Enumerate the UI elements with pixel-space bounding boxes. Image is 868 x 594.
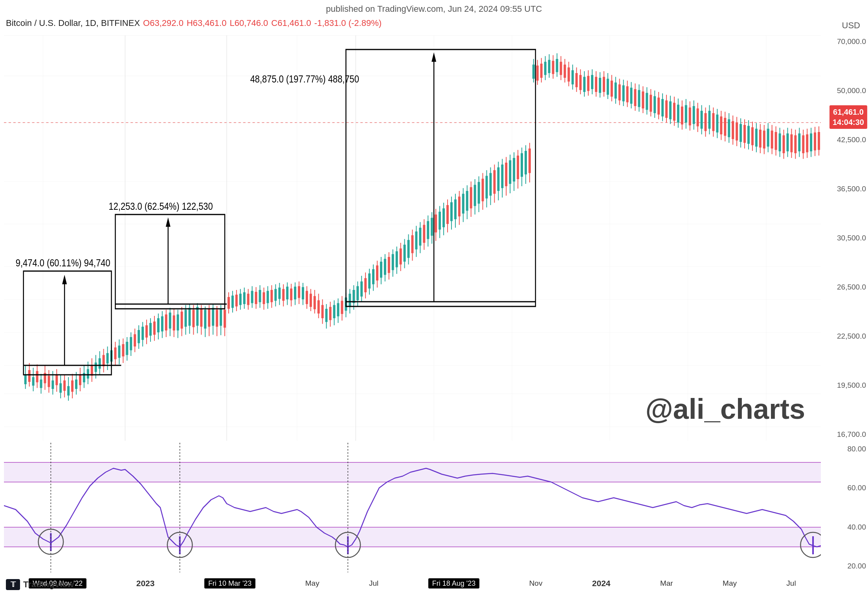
svg-rect-315	[595, 77, 597, 92]
svg-rect-371	[705, 113, 707, 131]
ohlc-low: L60,746.0	[229, 18, 268, 28]
symbol-bar: Bitcoin / U.S. Dollar, 1D, BITFINEX O63,…	[0, 16, 868, 30]
svg-rect-153	[278, 288, 281, 299]
svg-rect-413	[786, 134, 789, 152]
svg-rect-23	[24, 375, 27, 384]
svg-rect-295	[556, 59, 558, 72]
svg-rect-421	[802, 135, 804, 153]
symbol-name: Bitcoin / U.S. Dollar, 1D, BITFINEX	[6, 18, 140, 28]
svg-rect-405	[771, 130, 773, 148]
svg-rect-105	[185, 310, 187, 326]
svg-rect-225	[419, 228, 421, 246]
svg-rect-425	[810, 134, 812, 152]
svg-rect-307	[579, 75, 582, 90]
svg-rect-183	[337, 303, 339, 317]
svg-rect-65	[106, 353, 109, 363]
svg-rect-185	[341, 301, 343, 314]
svg-rect-133	[239, 294, 242, 305]
svg-rect-327	[618, 84, 621, 101]
svg-rect-231	[431, 218, 433, 236]
svg-rect-35	[48, 376, 50, 387]
svg-rect-409	[779, 134, 781, 152]
svg-rect-291	[548, 60, 551, 73]
svg-rect-297	[560, 62, 562, 75]
ohlc-high: H63,461.0	[187, 18, 227, 28]
svg-rect-199	[368, 273, 371, 288]
svg-rect-453	[50, 533, 51, 551]
svg-rect-339	[642, 92, 644, 108]
svg-rect-369	[701, 111, 703, 129]
time-label-mar1: Mar	[660, 579, 673, 588]
svg-rect-119	[212, 308, 214, 326]
time-label-may2: May	[723, 579, 737, 588]
svg-rect-389	[740, 124, 742, 142]
svg-rect-211	[392, 254, 394, 270]
svg-rect-283	[532, 64, 535, 79]
svg-rect-149	[270, 290, 273, 302]
svg-rect-407	[775, 132, 777, 150]
svg-rect-63	[103, 355, 105, 367]
svg-rect-387	[736, 123, 738, 141]
svg-rect-129	[231, 295, 234, 308]
svg-rect-325	[615, 82, 617, 99]
svg-rect-87	[149, 323, 152, 336]
svg-rect-285	[536, 66, 539, 81]
svg-rect-71	[118, 346, 120, 358]
tv-icon: 𝕋	[6, 579, 20, 590]
svg-rect-241	[450, 202, 453, 221]
svg-rect-457	[347, 536, 349, 554]
svg-text:48,875.0 (197.77%) 488,750: 48,875.0 (197.77%) 488,750	[250, 73, 359, 84]
svg-rect-107	[189, 308, 191, 326]
svg-rect-175	[321, 305, 324, 318]
svg-rect-367	[697, 108, 699, 126]
svg-rect-85	[145, 325, 148, 337]
ohlc-open: O63,292.0	[143, 18, 184, 28]
svg-rect-51	[79, 375, 81, 385]
svg-rect-343	[650, 95, 652, 112]
svg-rect-333	[630, 88, 633, 104]
svg-rect-235	[439, 212, 441, 230]
time-label-jul1: Jul	[369, 579, 378, 588]
svg-rect-101	[177, 314, 179, 330]
svg-rect-269	[505, 163, 507, 186]
svg-rect-267	[501, 165, 503, 188]
svg-rect-97	[169, 313, 171, 329]
svg-rect-305	[575, 73, 578, 87]
time-label-aug23: Fri 18 Aug '23	[428, 579, 480, 588]
svg-marker-436	[166, 217, 171, 227]
svg-rect-223	[415, 231, 417, 249]
indicator-area	[4, 443, 821, 572]
svg-rect-243	[454, 200, 457, 219]
svg-rect-151	[274, 289, 277, 301]
svg-rect-93	[161, 316, 163, 331]
svg-rect-247	[462, 194, 464, 213]
svg-rect-415	[790, 134, 793, 152]
svg-rect-27	[32, 377, 35, 386]
svg-rect-39	[55, 375, 58, 385]
svg-rect-447	[4, 527, 821, 547]
svg-rect-237	[442, 208, 445, 227]
ohlc-close: C61,461.0	[271, 18, 311, 28]
svg-rect-357	[677, 104, 679, 123]
date-badge-mar23: Fri 10 Mar '23	[204, 578, 255, 588]
time-label-jul2: Jul	[786, 579, 796, 588]
svg-rect-319	[603, 77, 605, 92]
svg-rect-69	[114, 347, 117, 359]
svg-rect-37	[51, 380, 54, 389]
svg-rect-103	[181, 312, 183, 328]
price-level-7: 22,500.0	[825, 332, 866, 341]
svg-rect-399	[759, 130, 762, 148]
svg-rect-397	[755, 129, 758, 147]
svg-rect-233	[435, 214, 437, 233]
svg-rect-205	[380, 262, 382, 278]
svg-rect-41	[59, 383, 62, 393]
svg-rect-115	[204, 310, 206, 328]
svg-rect-203	[376, 266, 378, 280]
price-level-9: 16,700.0	[825, 430, 866, 439]
svg-rect-127	[228, 297, 230, 309]
svg-rect-83	[141, 327, 144, 340]
svg-rect-391	[743, 125, 746, 143]
time-label-nov1: Nov	[529, 579, 543, 588]
svg-rect-215	[400, 248, 402, 264]
svg-text:12,253.0 (62.54%) 122,530: 12,253.0 (62.54%) 122,530	[109, 200, 213, 212]
